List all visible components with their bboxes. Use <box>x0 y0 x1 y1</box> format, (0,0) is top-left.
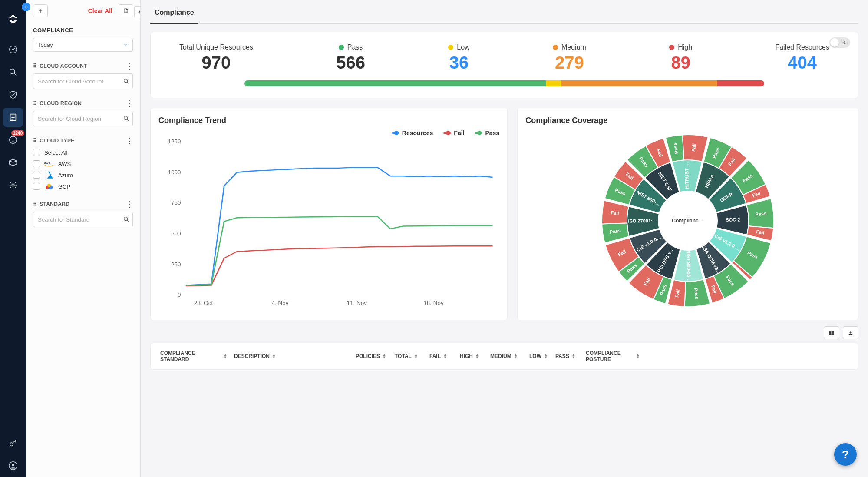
cloud-account-menu[interactable]: ⋮ <box>125 62 133 70</box>
stat-pass: Pass 566 <box>336 43 365 73</box>
table-header-cell[interactable]: COMPLIANCE STANDARD▲▼ <box>157 350 231 362</box>
rail-expand-toggle[interactable] <box>22 3 30 11</box>
trend-chart: 02505007501000125028. Oct4. Nov11. Nov18… <box>158 139 499 308</box>
aws-icon: aws <box>44 160 54 167</box>
coverage-chart-card: Compliance Coverage HITRUST …PassFailHIP… <box>517 108 858 320</box>
summary-progress-bar <box>244 80 764 86</box>
cloud-region-menu[interactable]: ⋮ <box>125 99 133 107</box>
svg-point-13 <box>124 116 128 120</box>
svg-text:Fail: Fail <box>674 289 680 298</box>
alerts-badge: 1240 <box>11 130 24 136</box>
stat-medium: Medium 279 <box>553 43 586 73</box>
clear-all-button[interactable]: Clear All <box>88 7 112 14</box>
svg-text:4. Nov: 4. Nov <box>272 300 289 306</box>
svg-text:Complianc…: Complianc… <box>672 218 703 224</box>
nav-dashboard[interactable] <box>3 40 23 59</box>
add-filter-button[interactable] <box>33 4 48 17</box>
cloud-type-azure[interactable]: Azure <box>33 172 133 179</box>
legend-item[interactable]: Pass <box>475 129 499 136</box>
table-header-cell[interactable]: FAIL▲▼ <box>426 353 456 359</box>
nav-profile[interactable] <box>3 456 23 475</box>
svg-point-5 <box>13 141 13 142</box>
svg-point-18 <box>124 217 128 221</box>
table-header-cell[interactable]: MEDIUM▲▼ <box>487 353 526 359</box>
help-button[interactable]: ? <box>834 443 857 466</box>
svg-rect-68 <box>832 331 833 335</box>
cloud-region-label: ⠿ CLOUD REGION <box>33 100 82 106</box>
tab-underline <box>150 23 858 24</box>
nav-investigate[interactable] <box>3 63 23 82</box>
main-content: Compliance % Total Unique Resources 970 … <box>141 0 868 477</box>
date-range-select[interactable]: Today <box>33 38 133 52</box>
table-header-cell[interactable]: LOW▲▼ <box>526 353 552 359</box>
svg-rect-11 <box>125 11 127 13</box>
svg-text:11. Nov: 11. Nov <box>347 300 367 306</box>
standard-search[interactable] <box>33 212 133 227</box>
coverage-chart: HITRUST …PassFailHIPAAPassFailGDPRPassFa… <box>525 129 850 312</box>
table-header-cell[interactable]: HIGH▲▼ <box>456 353 487 359</box>
svg-text:1000: 1000 <box>168 169 181 175</box>
table-header-cell[interactable]: TOTAL▲▼ <box>391 353 426 359</box>
svg-text:28. Oct: 28. Oct <box>194 300 213 306</box>
trend-title: Compliance Trend <box>158 116 499 125</box>
nav-api-keys[interactable] <box>3 434 23 453</box>
svg-rect-66 <box>829 331 830 335</box>
search-icon <box>123 115 130 122</box>
app-logo <box>6 13 20 28</box>
compliance-table: COMPLIANCE STANDARD▲▼DESCRIPTION▲▼POLICI… <box>150 343 858 370</box>
nav-settings[interactable] <box>3 176 23 195</box>
checkbox[interactable] <box>33 149 40 156</box>
svg-text:250: 250 <box>171 261 181 267</box>
checkbox[interactable] <box>33 172 40 179</box>
svg-point-7 <box>10 443 13 446</box>
filter-sidebar: Clear All COMPLIANCE Today ⠿ CLOUD ACCOU… <box>26 0 141 477</box>
percent-toggle[interactable]: % <box>829 37 850 48</box>
nav-inventory[interactable] <box>3 153 23 172</box>
stat-total: Total Unique Resources 970 <box>179 43 253 73</box>
svg-text:18. Nov: 18. Nov <box>423 300 444 306</box>
standard-menu[interactable]: ⋮ <box>125 200 133 208</box>
cloud-type-gcp[interactable]: GCP <box>33 183 133 190</box>
table-header-cell[interactable]: COMPLIANCE POSTURE▲▼ <box>582 350 643 362</box>
svg-text:HITRUST …: HITRUST … <box>684 162 690 189</box>
table-header-cell[interactable]: PASS▲▼ <box>552 353 582 359</box>
gcp-icon <box>44 183 54 190</box>
legend-item[interactable]: Fail <box>443 129 464 136</box>
cloud-type-menu[interactable]: ⋮ <box>125 137 133 145</box>
summary-card: % Total Unique Resources 970 Pass 566 Lo… <box>150 32 858 98</box>
cloud-type-label: ⠿ CLOUD TYPE <box>33 138 75 144</box>
nav-alerts[interactable]: 1240 <box>3 130 23 149</box>
download-button[interactable] <box>843 326 858 339</box>
sidebar-collapse-button[interactable] <box>134 6 141 18</box>
svg-point-9 <box>12 464 14 466</box>
stat-failed: Failed Resources 404 <box>775 43 829 73</box>
columns-button[interactable] <box>824 326 839 339</box>
svg-text:aws: aws <box>44 162 50 165</box>
checkbox[interactable] <box>33 160 40 167</box>
cloud-type-aws[interactable]: aws AWS <box>33 160 133 167</box>
nav-rail: 1240 <box>0 0 26 477</box>
cloud-type-select-all[interactable]: Select All <box>33 149 133 156</box>
nav-policies[interactable] <box>3 85 23 104</box>
search-icon <box>123 78 130 85</box>
tab-compliance[interactable]: Compliance <box>150 6 198 24</box>
azure-icon <box>44 172 54 179</box>
stat-high: High 89 <box>669 43 692 73</box>
nav-compliance[interactable] <box>3 108 23 127</box>
svg-point-1 <box>13 49 14 50</box>
svg-text:Fail: Fail <box>691 143 697 152</box>
cloud-region-search[interactable] <box>33 111 133 126</box>
sidebar-section-title: COMPLIANCE <box>33 27 133 33</box>
save-filter-button[interactable] <box>119 4 133 17</box>
table-header-cell[interactable]: POLICIES▲▼ <box>352 353 391 359</box>
svg-rect-10 <box>125 9 127 10</box>
legend-item[interactable]: Resources <box>392 129 433 136</box>
cloud-account-search[interactable] <box>33 73 133 89</box>
svg-point-12 <box>124 79 128 83</box>
coverage-title: Compliance Coverage <box>525 116 850 125</box>
table-header-cell[interactable]: DESCRIPTION▲▼ <box>231 353 352 359</box>
svg-point-17 <box>47 184 51 187</box>
checkbox[interactable] <box>33 183 40 190</box>
svg-text:NIST 800-53…: NIST 800-53… <box>686 250 692 282</box>
svg-text:ISO 27001:…: ISO 27001:… <box>628 218 657 224</box>
